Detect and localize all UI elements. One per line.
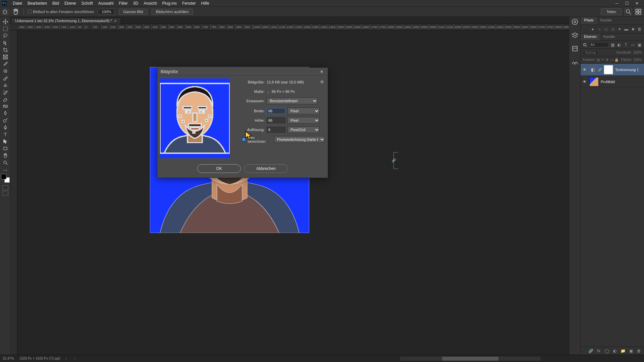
layer-mask-thumbnail[interactable] <box>604 65 613 74</box>
menu-auswahl[interactable]: Auswahl <box>96 0 116 7</box>
scroll-all-windows-checkbox[interactable] <box>28 10 32 13</box>
foreground-color-swatch[interactable] <box>1 174 6 179</box>
resample-checkbox[interactable]: ✓ <box>242 137 246 141</box>
type-tool-icon[interactable] <box>1 131 10 138</box>
quickmask-icon[interactable] <box>2 185 8 190</box>
constrain-proportions-link[interactable]: 🔗 <box>393 152 398 169</box>
shape-diamond-icon[interactable]: ◇ <box>610 27 615 32</box>
dodge-tool-icon[interactable] <box>1 117 10 124</box>
menu-hilfe[interactable]: Hilfe <box>199 0 212 7</box>
menu-filter[interactable]: Filter <box>116 0 130 7</box>
layer-fx-icon[interactable]: fx <box>596 349 601 353</box>
adjustments-panel-icon[interactable] <box>571 58 579 66</box>
minimize-button[interactable]: ─ <box>612 0 622 7</box>
status-doc-info[interactable]: 1920 Px × 1920 Px (72 ppi) <box>19 357 60 360</box>
layer-row-profilbild[interactable]: 👁 Profilbild <box>581 76 644 88</box>
adjustment-layer-icon[interactable]: ◐ <box>612 349 617 353</box>
hand-tool-icon[interactable] <box>12 8 19 15</box>
layer-row-tontrennung[interactable]: 👁 ◧ 🔗 Tontrennung 1 <box>581 64 644 76</box>
filter-type-icon[interactable]: T <box>623 42 629 48</box>
clone-stamp-tool-icon[interactable] <box>1 81 10 88</box>
rect-marquee-tool-icon[interactable] <box>1 25 10 32</box>
zoom-level-field[interactable]: 100% <box>98 9 115 15</box>
frame-tool-icon[interactable] <box>1 53 10 60</box>
tab-pfade[interactable]: Pfade <box>581 17 597 24</box>
new-layer-icon[interactable]: ▣ <box>629 349 633 353</box>
filter-shape-icon[interactable]: ▱ <box>630 42 635 48</box>
menu-plug-ins[interactable]: Plug-ins <box>160 0 179 7</box>
color-swatches[interactable] <box>1 174 10 183</box>
shape-square-icon[interactable]: □ <box>604 27 608 32</box>
shape-circle-icon[interactable]: ○ <box>597 27 602 32</box>
menu-ansicht[interactable]: Ansicht <box>141 0 159 7</box>
gear-icon[interactable]: ⚙. <box>320 80 325 84</box>
tab-ebenen[interactable]: Ebenen <box>581 34 600 41</box>
cancel-button[interactable]: Abbrechen <box>244 164 288 173</box>
visibility-toggle-icon[interactable]: 👁 <box>582 79 587 84</box>
fill-value[interactable]: 100% <box>633 58 642 62</box>
horizontal-scrollbar[interactable] <box>400 357 541 361</box>
vertical-ruler[interactable] <box>11 30 17 355</box>
lock-position-icon[interactable]: ✥ <box>605 58 608 62</box>
shape-square-filled-icon[interactable]: ■ <box>631 27 635 32</box>
shape-rect-filled-icon[interactable]: ▬ <box>624 27 629 32</box>
menu-datei[interactable]: Datei <box>10 0 25 7</box>
shape-trash-icon[interactable]: 🗑 <box>637 27 642 32</box>
visibility-toggle-icon[interactable]: 👁 <box>582 67 587 72</box>
tab-kanaele-top[interactable]: Kanäle <box>597 17 615 24</box>
horizontal-ruler[interactable]: -400-350-300-250-200-150-100-50050100150… <box>17 24 569 30</box>
menu-schrift[interactable]: Schrift <box>79 0 96 7</box>
status-chevron-icon[interactable]: › <box>65 357 66 360</box>
search-icon[interactable] <box>583 43 587 47</box>
height-input[interactable] <box>267 117 285 123</box>
filter-smart-icon[interactable]: ▣ <box>637 42 642 48</box>
menu-bild[interactable]: Bild <box>50 0 62 7</box>
layer-mask-icon[interactable]: ◯ <box>604 349 609 353</box>
layers-panel-icon[interactable] <box>571 32 579 39</box>
close-tab-icon[interactable]: ✕ <box>114 19 117 23</box>
layer-filter-kind[interactable]: Art <box>589 42 608 47</box>
color-panel-icon[interactable] <box>571 18 579 25</box>
shape-circle-filled-icon[interactable]: ● <box>590 27 595 32</box>
blur-tool-icon[interactable] <box>1 110 10 117</box>
ok-button[interactable]: OK <box>197 164 241 173</box>
lock-all-icon[interactable]: 🔒 <box>614 58 619 62</box>
layer-name[interactable]: Tontrennung 1 <box>615 68 639 72</box>
ruler-origin[interactable] <box>11 24 17 30</box>
tab-kanaele[interactable]: Kanäle <box>600 34 618 41</box>
lasso-tool-icon[interactable] <box>1 32 10 39</box>
width-input[interactable] <box>267 108 285 114</box>
link-layers-icon[interactable]: 🔗 <box>588 349 593 353</box>
dialog-close-icon[interactable]: ✕ <box>319 69 324 74</box>
status-nav-left-icon[interactable]: ‹ <box>74 357 75 360</box>
layer-thumbnail[interactable] <box>589 77 599 86</box>
hand-tool-icon[interactable] <box>1 152 10 159</box>
menu-bearbeiten[interactable]: Bearbeiten <box>25 0 50 7</box>
layer-name[interactable]: Profilbild <box>601 80 615 84</box>
rectangle-shape-tool-icon[interactable] <box>1 145 10 152</box>
dialog-titlebar[interactable]: Bildgröße ✕ <box>157 68 328 76</box>
lock-paint-icon[interactable]: ✎ <box>601 58 604 62</box>
group-layers-icon[interactable]: 📁 <box>621 349 625 353</box>
healing-tool-icon[interactable] <box>1 67 10 74</box>
share-button[interactable]: Teilen <box>601 8 622 15</box>
resample-method-dropdown[interactable]: Pixelwiederholung (harte Kanten) <box>274 136 325 143</box>
blend-mode-dropdown[interactable]: Normal <box>583 50 598 55</box>
fill-screen-button[interactable]: Bildschirm ausfüllen <box>152 9 193 15</box>
resolution-input[interactable] <box>267 127 285 133</box>
crop-tool-icon[interactable] <box>1 46 10 53</box>
shape-star-icon[interactable]: ✦ <box>617 27 622 32</box>
width-unit-dropdown[interactable]: Pixel <box>287 108 320 114</box>
search-icon[interactable] <box>625 8 632 15</box>
pen-tool-icon[interactable] <box>1 124 10 131</box>
properties-panel-icon[interactable] <box>571 45 579 52</box>
eraser-tool-icon[interactable] <box>1 96 10 103</box>
lock-artboard-icon[interactable]: ▭ <box>610 58 613 62</box>
close-window-button[interactable]: ✕ <box>632 0 642 7</box>
fit-whole-image-button[interactable]: Ganzes Bild <box>119 9 147 15</box>
maximize-button[interactable]: ☐ <box>622 0 632 7</box>
eyedropper-tool-icon[interactable] <box>1 60 10 67</box>
brush-tool-icon[interactable] <box>1 74 10 81</box>
delete-layer-icon[interactable]: 🗑 <box>637 349 641 353</box>
fit-to-dropdown[interactable]: Benutzerdefiniert <box>267 98 318 104</box>
